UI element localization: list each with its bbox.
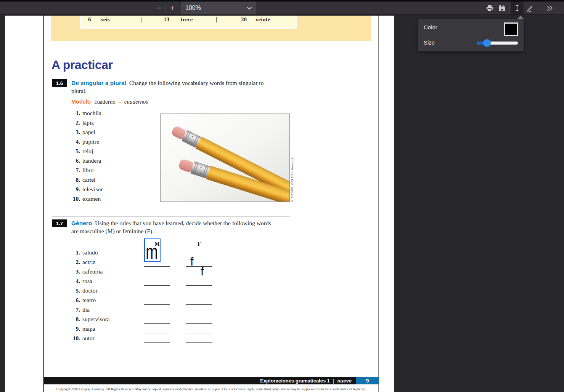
color-label: Color — [424, 24, 437, 30]
item-number: 7. — [44, 306, 80, 313]
numbers-table: 6 seis 13 trece 20 veinte — [80, 16, 297, 29]
table-divider — [141, 17, 141, 22]
popup-arrow — [517, 16, 524, 19]
book-page[interactable]: 6 seis 13 trece 20 veinte A practicar 1.… — [44, 16, 379, 392]
pen-tool-button[interactable] — [524, 2, 536, 14]
slider-thumb[interactable] — [483, 39, 491, 47]
item-number: 4. — [44, 138, 80, 145]
item-number: 5. — [44, 287, 80, 294]
vocab-list-item: 6. bandera — [44, 157, 158, 167]
modelo-source-word: cuaderno — [95, 99, 116, 105]
vocab-list-item: 2. lápiz — [44, 119, 158, 129]
gender-list-row: 7. día — [44, 306, 227, 316]
item-word: papel — [82, 129, 95, 136]
text-tool-button[interactable] — [511, 2, 524, 14]
toolbar-divider — [166, 4, 166, 12]
more-tools-button[interactable] — [544, 2, 555, 14]
zoom-level-dropdown[interactable]: 100% — [181, 2, 256, 14]
instruction-text: Change the following vocabulary words fr… — [129, 80, 264, 86]
item-number: 4. — [44, 278, 80, 285]
vocab-list-item: 4. pupitre — [44, 138, 158, 148]
item-number: 6. — [44, 157, 80, 164]
instruction-text: are masculine (M) or feminine (F). — [71, 227, 294, 235]
item-number: 7. — [44, 167, 80, 174]
table-divider — [216, 17, 217, 22]
item-number: 9. — [44, 186, 80, 193]
answer-blank-f — [186, 295, 212, 296]
answer-blank-f — [186, 276, 212, 277]
active-text-annotation-box[interactable]: m — [144, 238, 161, 262]
item-word: supervisora — [82, 316, 109, 323]
vocab-list-item: 5. reloj — [44, 148, 158, 157]
item-number: 2. — [44, 259, 80, 266]
answer-blank-f — [186, 333, 212, 334]
zoom-in-button[interactable]: + — [167, 2, 178, 14]
print-button[interactable] — [484, 2, 496, 14]
pen-icon — [526, 5, 533, 12]
answer-blank-m — [144, 323, 170, 324]
item-word: cafetería — [82, 268, 103, 275]
item-number: 10. — [44, 195, 80, 202]
item-number: 8. — [44, 316, 80, 323]
exercise-title: Género — [71, 220, 92, 226]
item-word: saludo — [82, 249, 98, 256]
number-word: seis — [101, 16, 110, 23]
exercise-number-badge: 1.7 — [52, 219, 67, 227]
answer-blank-m — [144, 314, 170, 315]
answer-blank-f — [186, 285, 212, 286]
gender-list-row: 1. saludo — [44, 249, 227, 259]
zoom-out-button[interactable]: − — [154, 2, 164, 14]
item-number: 3. — [44, 129, 80, 136]
item-word: lápiz — [82, 119, 94, 126]
modelo-label: Modelo — [71, 99, 91, 105]
item-number: 1. — [44, 110, 80, 117]
vocab-list-item: 10. examen — [44, 195, 158, 205]
save-button[interactable] — [496, 2, 508, 14]
exercise-title: De singular a plural — [71, 80, 126, 86]
exercise-instructions-line: GéneroUsing the rules that you have lear… — [71, 219, 294, 227]
save-icon — [499, 5, 505, 11]
pencils-photo — [160, 114, 290, 202]
gender-list-row: 6. teatro — [44, 297, 227, 306]
chevron-down-icon — [247, 5, 252, 11]
toolbar-divider — [509, 4, 509, 12]
page-footer-bar: Exploraciones gramaticales 1 | nueve — [44, 377, 356, 384]
vocab-list-item: 8. cartel — [44, 176, 158, 186]
arrow-icon: → — [117, 99, 123, 105]
item-word: mapa — [82, 325, 95, 332]
answer-blank-m — [144, 304, 170, 305]
modelo-answer-word: cuadernos — [124, 99, 148, 105]
photo-credit: © MARCELODLT/Shutterstock — [291, 142, 294, 203]
ebook-reader-app: − + 100% — [0, 0, 564, 392]
gender-list-row: 3. cafetería — [44, 268, 227, 278]
exercise-16-header: De singular a pluralChange the following… — [71, 79, 294, 95]
answer-blank-m — [144, 276, 170, 277]
text-tool-options-panel: Color Size — [418, 19, 524, 51]
answer-blank-m — [144, 285, 170, 286]
annotation-text-m: m — [146, 242, 158, 262]
number-value: 13 — [164, 16, 169, 23]
item-word: mochila — [82, 110, 101, 117]
answer-blank-m — [144, 266, 170, 267]
color-swatch[interactable] — [504, 22, 518, 36]
item-word: rosa — [82, 278, 92, 285]
exercise-instructions-line: De singular a pluralChange the following… — [71, 79, 294, 87]
copyright-notice: Copyright 2016 Cengage Learning. All Rig… — [44, 387, 379, 391]
gender-list-row: 9. mapa — [44, 325, 227, 335]
item-word: examen — [82, 195, 101, 202]
annotation-text-f1[interactable]: f — [190, 256, 194, 267]
answer-blank-f — [186, 342, 212, 343]
item-word: autor — [82, 335, 95, 342]
page-number-badge: 9 — [356, 377, 379, 384]
size-slider[interactable] — [477, 38, 519, 48]
section-heading: A practicar — [51, 58, 113, 72]
gender-list-row: 8. supervisora — [44, 316, 227, 325]
item-number: 10. — [44, 335, 80, 342]
item-word: libro — [82, 167, 93, 174]
gender-list-row: 2. actriz — [44, 259, 227, 268]
size-label: Size — [424, 39, 435, 46]
item-number: 5. — [44, 148, 80, 155]
gender-list-17: 1. saludo 2. actriz — [44, 249, 227, 344]
text-cursor-icon — [514, 5, 520, 11]
annotation-text-f2[interactable]: f — [201, 266, 204, 277]
